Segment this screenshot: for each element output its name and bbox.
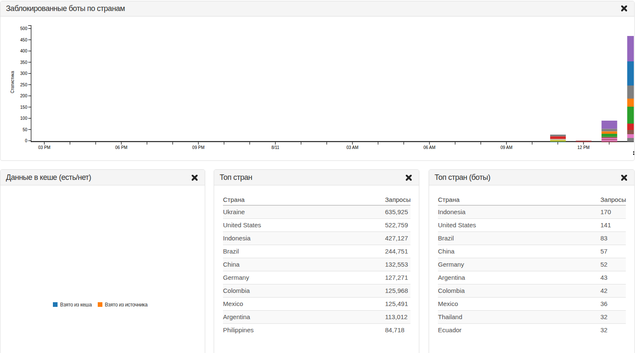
svg-text:100: 100 — [20, 116, 28, 121]
svg-text:09 AM: 09 AM — [501, 145, 512, 150]
svg-text:150: 150 — [20, 105, 28, 110]
svg-text:8/11: 8/11 — [271, 145, 279, 150]
svg-text:350: 350 — [20, 60, 28, 65]
svg-text:50: 50 — [22, 127, 28, 132]
svg-text:250: 250 — [20, 83, 28, 87]
svg-text:03 AM: 03 AM — [347, 145, 358, 150]
svg-text:Статистика: Статистика — [10, 71, 15, 93]
svg-text:12 PM: 12 PM — [578, 145, 590, 150]
svg-text:450: 450 — [20, 38, 28, 42]
svg-text:200: 200 — [20, 94, 28, 98]
svg-text:09 PM: 09 PM — [192, 145, 204, 150]
svg-text:06 AM: 06 AM — [424, 145, 435, 150]
svg-text:400: 400 — [20, 49, 28, 53]
svg-text:06 PM: 06 PM — [115, 145, 127, 150]
svg-text:300: 300 — [20, 71, 28, 76]
svg-text:500: 500 — [20, 26, 28, 31]
svg-text:03 PM: 03 PM — [38, 145, 50, 150]
svg-text:0: 0 — [25, 138, 28, 143]
